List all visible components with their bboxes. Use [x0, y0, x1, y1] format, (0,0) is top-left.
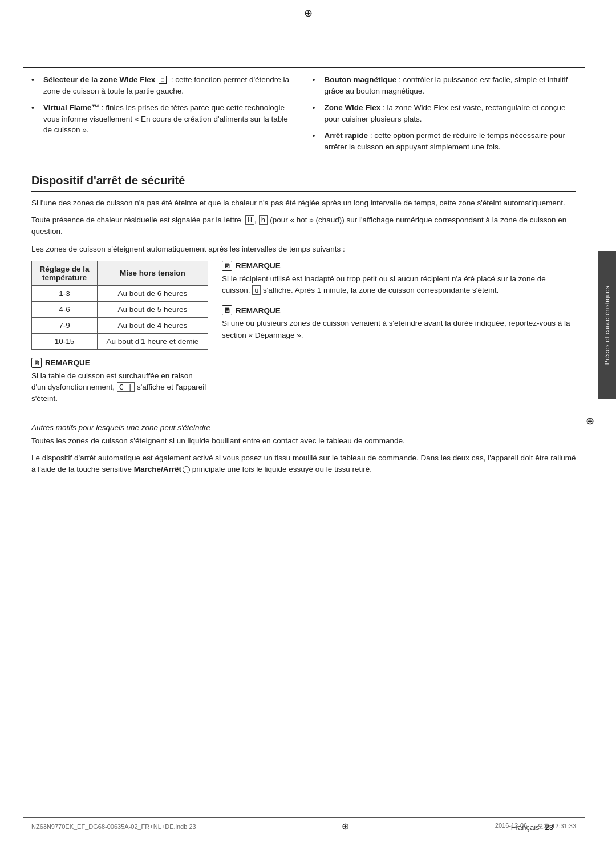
- sub-body1: Toutes les zones de cuisson s'éteignent …: [31, 435, 576, 447]
- section-rule: [31, 191, 576, 192]
- term-marche-arret: Marche/Arrêt: [134, 465, 181, 473]
- notes-column: 🖹 REMARQUE Si le récipient utilisé est i…: [222, 261, 576, 349]
- temperature-table: Réglage de latempérature Mise hors tensi…: [31, 261, 208, 350]
- temp-value: 1-3: [32, 285, 98, 301]
- footer-reg-mark: ⊕: [342, 821, 349, 832]
- footer-filename: NZ63N9770EK_EF_DG68-00635A-02_FR+NL+DE.i…: [31, 823, 196, 830]
- power-icon: [183, 466, 190, 473]
- table-header-time: Mise hors tension: [97, 261, 208, 285]
- remarque-3: 🖹 REMARQUE Si une ou plusieurs zones de …: [222, 305, 576, 341]
- temp-value: 10-15: [32, 333, 98, 349]
- list-item: Sélecteur de la zone Wide Flex □ : cette…: [31, 74, 295, 96]
- footer: NZ63N9770EK_EF_DG68-00635A-02_FR+NL+DE.i…: [31, 821, 576, 832]
- remarque-heading-1: 🖹 REMARQUE: [31, 358, 208, 368]
- list-item: Zone Wide Flex : la zone Wide Flex est v…: [313, 102, 577, 124]
- intro-columns: Sélecteur de la zone Wide Flex □ : cette…: [31, 74, 576, 158]
- section-body2: Toute présence de chaleur résiduelle est…: [31, 214, 576, 238]
- page-language: Français: [511, 823, 540, 832]
- remarque-label-3: REMARQUE: [236, 306, 281, 315]
- u-symbol: ᴜ: [252, 285, 261, 295]
- page-info: Français 23: [511, 823, 553, 832]
- table-row: 7-9 Au bout de 4 heures: [32, 317, 208, 333]
- list-item: Virtual Flame™ : finies les prises de tê…: [31, 102, 295, 136]
- term: Arrêt rapide: [324, 131, 368, 140]
- section-heading: Dispositif d'arrêt de sécurité: [31, 174, 576, 187]
- table-row: 1-3 Au bout de 6 heures: [32, 285, 208, 301]
- intro-list-left: Sélecteur de la zone Wide Flex □ : cette…: [31, 74, 295, 136]
- table-notes-row: Réglage de latempérature Mise hors tensi…: [31, 261, 576, 413]
- time-value: Au bout d'1 heure et demie: [97, 333, 208, 349]
- intro-list-right: Bouton magnétique : contrôler la puissan…: [313, 74, 577, 152]
- temp-value: 4-6: [32, 301, 98, 317]
- bottom-rule: [23, 817, 585, 818]
- remarque-text-1: Si la table de cuisson est surchauffée e…: [31, 370, 208, 405]
- side-tab-label: Pièces et caractéristiques: [603, 286, 610, 365]
- remarque-label-1: REMARQUE: [45, 358, 90, 367]
- reg-mark-right: ⊕: [586, 415, 594, 427]
- symbol-H: H: [245, 215, 254, 225]
- page-number: 23: [545, 823, 553, 832]
- remarque-2: 🖹 REMARQUE Si le récipient utilisé est i…: [222, 261, 576, 297]
- intro-col-left: Sélecteur de la zone Wide Flex □ : cette…: [31, 74, 295, 158]
- remarque-heading-2: 🖹 REMARQUE: [222, 261, 576, 271]
- remarque-text-3: Si une ou plusieurs zones de cuisson ven…: [222, 318, 576, 341]
- remarque-icon-2: 🖹: [222, 261, 232, 271]
- remarque-label-2: REMARQUE: [236, 261, 281, 270]
- intro-col-right: Bouton magnétique : contrôler la puissan…: [313, 74, 577, 158]
- table-row: 10-15 Au bout d'1 heure et demie: [32, 333, 208, 349]
- temp-value: 7-9: [32, 317, 98, 333]
- table-row: 4-6 Au bout de 5 heures: [32, 301, 208, 317]
- table-header-temp: Réglage de latempérature: [32, 261, 98, 285]
- remarque-1: 🖹 REMARQUE Si la table de cuisson est su…: [31, 358, 208, 405]
- remarque-heading-3: 🖹 REMARQUE: [222, 305, 576, 315]
- remarque-text-2: Si le récipient utilisé est inadapté ou …: [222, 273, 576, 297]
- list-item: Arrêt rapide : cette option permet de ré…: [313, 130, 577, 152]
- term: Sélecteur de la zone Wide Flex: [43, 75, 155, 84]
- section-body3: Les zones de cuisson s'éteignent automat…: [31, 244, 576, 255]
- term: Virtual Flame™: [43, 103, 99, 112]
- sub-section-heading: Autres motifs pour lesquels une zone peu…: [31, 423, 576, 432]
- time-value: Au bout de 5 heures: [97, 301, 208, 317]
- table-column: Réglage de latempérature Mise hors tensi…: [31, 261, 208, 413]
- term: Bouton magnétique: [324, 75, 396, 84]
- error-symbol: C |: [117, 382, 135, 392]
- top-rule: [23, 67, 585, 68]
- list-item: Bouton magnétique : contrôler la puissan…: [313, 74, 577, 96]
- time-value: Au bout de 6 heures: [97, 285, 208, 301]
- wide-flex-icon: □: [159, 76, 167, 84]
- sub-body2: Le dispositif d'arrêt automatique est ég…: [31, 452, 576, 476]
- time-value: Au bout de 4 heures: [97, 317, 208, 333]
- term: Zone Wide Flex: [324, 103, 380, 112]
- main-content: Sélecteur de la zone Wide Flex □ : cette…: [31, 74, 576, 813]
- symbol-h: h: [259, 215, 268, 225]
- side-tab: Pièces et caractéristiques: [598, 251, 616, 399]
- reg-mark-top: ⊕: [304, 7, 313, 19]
- section-body1: Si l'une des zones de cuisson n'a pas ét…: [31, 197, 576, 209]
- remarque-icon-3: 🖹: [222, 305, 232, 315]
- remarque-icon-1: 🖹: [31, 358, 42, 368]
